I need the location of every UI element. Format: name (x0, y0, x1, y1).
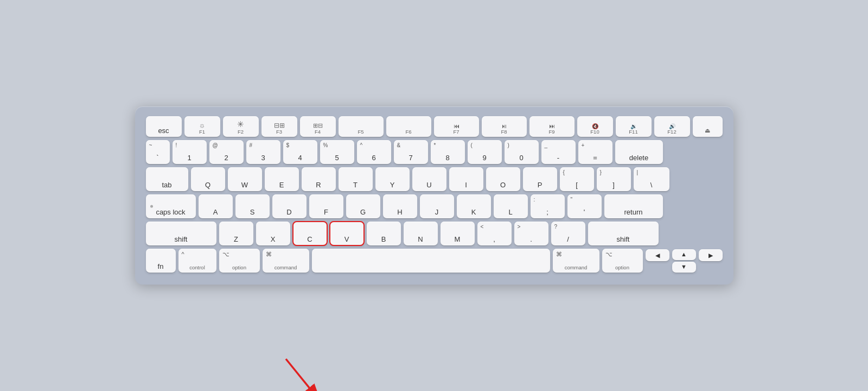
key-b[interactable]: B (367, 222, 401, 245)
key-2[interactable]: @ 2 (209, 140, 244, 164)
key-option-left[interactable]: ⌥ option (219, 249, 260, 273)
key-f12[interactable]: 🔊 F12 (654, 116, 690, 137)
key-f2-label: F2 (238, 129, 244, 135)
key-f4[interactable]: ⊞⊟ F4 (300, 116, 336, 137)
key-command-right[interactable]: ⌘ command (553, 249, 599, 273)
bottom-key-row: fn ^ control ⌥ option ⌘ command ⌘ comman… (146, 249, 723, 273)
key-minus[interactable]: _ - (541, 140, 576, 164)
key-s[interactable]: S (235, 194, 270, 218)
key-c[interactable]: C (293, 222, 327, 245)
key-caps-lock[interactable]: caps lock (146, 194, 196, 218)
key-n[interactable]: N (404, 222, 438, 245)
keyboard-wrapper: esc ☼ F1 ✳ F2 ⊟⊞ F3 ⊞⊟ F4 F5 F6 (135, 106, 733, 285)
key-space[interactable] (312, 249, 550, 273)
key-backslash[interactable]: | \ (634, 167, 669, 191)
zxcv-key-row: shift Z X C V B N M < (146, 222, 723, 245)
key-f2-icon: ✳ (237, 119, 244, 129)
key-v[interactable]: V (330, 222, 364, 245)
key-semicolon[interactable]: : ; (531, 194, 565, 218)
key-a[interactable]: A (199, 194, 233, 218)
key-arrow-right[interactable]: ▶ (699, 249, 723, 261)
key-f4-label: F4 (315, 129, 321, 135)
key-arrow-down[interactable]: ▼ (672, 262, 696, 273)
asdf-key-row: caps lock A S D F G H J (146, 194, 723, 218)
key-tab[interactable]: tab (146, 167, 188, 191)
key-f11[interactable]: 🔉 F11 (616, 116, 652, 137)
key-control[interactable]: ^ control (178, 249, 216, 273)
key-7[interactable]: & 7 (394, 140, 428, 164)
key-f1-label: F1 (199, 129, 205, 135)
key-option-right[interactable]: ⌥ option (602, 249, 643, 273)
key-shift-left[interactable]: shift (146, 222, 216, 245)
key-f9-icon: ⏭ (549, 123, 555, 129)
key-esc[interactable]: esc (146, 116, 182, 137)
key-f9[interactable]: ⏭ F9 (529, 116, 575, 137)
key-return[interactable]: return (604, 194, 663, 218)
key-equals[interactable]: + = (578, 140, 612, 164)
key-esc-label: esc (158, 127, 169, 134)
key-0[interactable]: ) 0 (505, 140, 539, 164)
key-f10[interactable]: 🔇 F10 (577, 116, 613, 137)
key-x[interactable]: X (256, 222, 290, 245)
key-f8-label: F8 (501, 129, 507, 135)
key-t[interactable]: T (339, 167, 373, 191)
key-fn[interactable]: fn (146, 249, 176, 273)
key-o[interactable]: O (486, 167, 520, 191)
key-h[interactable]: H (383, 194, 417, 218)
key-r[interactable]: R (302, 167, 336, 191)
key-f7[interactable]: ⏮ F7 (434, 116, 479, 137)
number-key-row: ~ ` ! 1 @ 2 # 3 $ 4 % 5 (146, 140, 723, 164)
key-slash[interactable]: ? / (551, 222, 585, 245)
key-f7-label: F7 (453, 129, 459, 135)
key-f3[interactable]: ⊟⊞ F3 (261, 116, 297, 137)
key-rbracket[interactable]: } ] (597, 167, 631, 191)
key-w[interactable]: W (228, 167, 262, 191)
key-j[interactable]: J (420, 194, 454, 218)
key-arrow-up[interactable]: ▲ (672, 249, 696, 260)
key-command-left[interactable]: ⌘ command (263, 249, 309, 273)
function-key-row: esc ☼ F1 ✳ F2 ⊟⊞ F3 ⊞⊟ F4 F5 F6 (146, 116, 723, 137)
key-f3-label: F3 (276, 129, 282, 135)
key-q[interactable]: Q (191, 167, 225, 191)
key-shift-right[interactable]: shift (588, 222, 659, 245)
key-y[interactable]: Y (375, 167, 410, 191)
key-f5-label: F5 (358, 129, 363, 135)
key-d[interactable]: D (272, 194, 307, 218)
key-delete[interactable]: delete (615, 140, 663, 164)
key-f8[interactable]: ⏯ F8 (482, 116, 527, 137)
key-f1-icon: ☼ (199, 121, 206, 129)
key-f6-label: F6 (405, 129, 411, 135)
key-9[interactable]: ( 9 (468, 140, 502, 164)
key-z[interactable]: Z (219, 222, 253, 245)
key-e[interactable]: E (265, 167, 299, 191)
key-arrow-left[interactable]: ◀ (646, 249, 669, 261)
key-period[interactable]: > . (514, 222, 548, 245)
key-f10-icon: 🔇 (592, 123, 598, 129)
key-f2[interactable]: ✳ F2 (223, 116, 259, 137)
key-lbracket[interactable]: { [ (560, 167, 594, 191)
key-f3-icon: ⊟⊞ (274, 122, 285, 129)
key-6[interactable]: ^ 6 (357, 140, 391, 164)
key-l[interactable]: L (494, 194, 528, 218)
key-f1[interactable]: ☼ F1 (184, 116, 220, 137)
key-f[interactable]: F (309, 194, 343, 218)
key-k[interactable]: K (457, 194, 491, 218)
key-5[interactable]: % 5 (320, 140, 354, 164)
key-m[interactable]: M (441, 222, 475, 245)
key-f5[interactable]: F5 (339, 116, 384, 137)
key-quote[interactable]: " ' (567, 194, 602, 218)
key-g[interactable]: G (346, 194, 380, 218)
key-p[interactable]: P (523, 167, 557, 191)
key-4[interactable]: $ 4 (283, 140, 317, 164)
key-i[interactable]: I (449, 167, 483, 191)
key-8[interactable]: * 8 (431, 140, 465, 164)
key-1[interactable]: ! 1 (173, 140, 207, 164)
key-3[interactable]: # 3 (246, 140, 280, 164)
key-eject[interactable]: ⏏ (693, 116, 723, 137)
key-comma[interactable]: < , (477, 222, 512, 245)
key-u[interactable]: U (412, 167, 446, 191)
key-backtick[interactable]: ~ ` (146, 140, 170, 164)
key-eject-icon: ⏏ (705, 127, 710, 134)
key-f6[interactable]: F6 (386, 116, 431, 137)
svg-line-1 (286, 359, 321, 391)
